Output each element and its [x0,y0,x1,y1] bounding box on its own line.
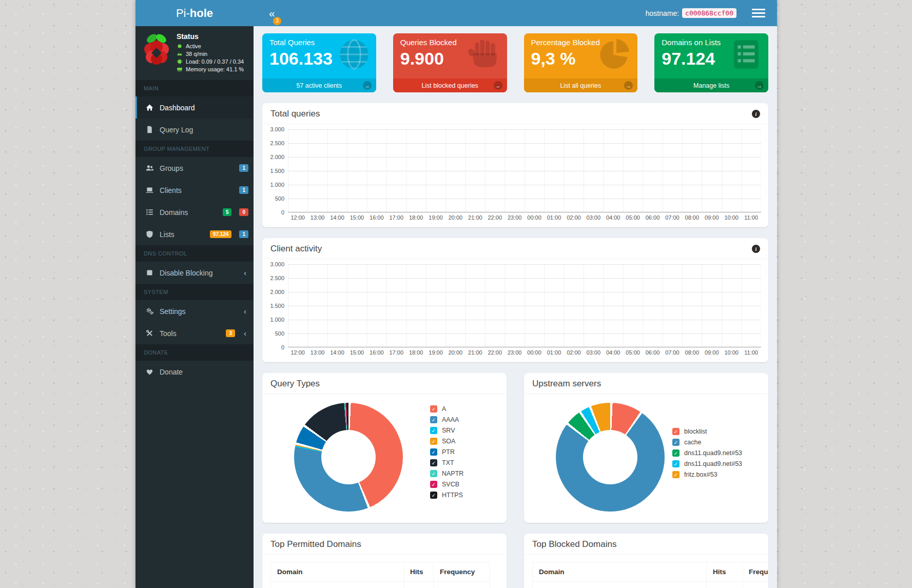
badge: 1 [239,164,248,172]
sidebar-collapse-button[interactable]: « 3 [266,6,278,21]
sidebar-item-dashboard[interactable]: Dashboard [135,96,254,119]
card-value: 9.900 [400,49,500,69]
badge: 0 [239,208,248,216]
stat-card-domains-on-lists: Domains on Lists97.124Manage lists→ [654,33,768,92]
card-value: 106.133 [269,49,369,69]
client-activity-title: Client activity [270,244,752,254]
col-hits: Hits [404,562,434,582]
checkbox-checked-icon[interactable]: ✓ [672,460,680,467]
legend-item-naptr[interactable]: ✓NAPTR [430,470,463,477]
legend-item-aaaa[interactable]: ✓AAAA [430,416,463,423]
status-active: Active [177,43,244,49]
upstream-servers-title: Upstream servers [532,379,760,389]
sidebar-item-groups[interactable]: Groups1 [135,157,254,179]
query-types-title: Query Types [270,379,498,389]
sidebar-item-disable-blocking[interactable]: Disable Blocking‹ [135,262,254,284]
stat-card-queries-blocked: Queries Blocked9.900List blocked queries… [393,33,507,92]
checkbox-checked-icon[interactable]: ✓ [672,471,680,478]
checkbox-checked-icon[interactable]: ✓ [430,438,437,445]
info-icon[interactable]: i [752,110,760,118]
status-load-0-09-0-37-0-34: Load: 0.09 / 0.37 / 0.34 [177,58,244,65]
legend-item-txt[interactable]: ✓TXT [430,459,463,466]
collapse-icon: « [269,7,275,19]
status-38-q-min: 38 q/min [177,51,244,57]
legend-item-dns11-quad9-net-53[interactable]: ✓dns11.quad9.net#53 [672,449,742,457]
legend-item-https[interactable]: ✓HTTPS [430,492,463,499]
card-footer-link[interactable]: List all queries→ [524,79,638,92]
checkbox-checked-icon[interactable]: ✓ [430,492,437,499]
sidebar-menu: MAINDashboardQuery LogGROUP MANAGEMENTGr… [135,80,254,383]
status-memory-usage-41-1: Memory usage: 41.1 % [177,66,244,72]
col-frequency: Frequency [743,562,768,582]
legend-item-cache[interactable]: ✓cache [672,439,742,446]
checkbox-checked-icon[interactable]: ✓ [430,470,437,477]
arrow-circle-icon: → [755,81,764,90]
sidebar-item-tools[interactable]: Tools3‹ [135,322,254,344]
total-queries-title: Total queries [270,109,752,119]
col-hits: Hits [707,562,743,582]
total-queries-chart[interactable] [288,129,761,212]
total-queries-panel: Total queries i 3.0002.5002.0001.5001.00… [262,103,768,227]
sidebar-item-domains[interactable]: Domains50 [135,201,254,223]
card-title: Queries Blocked [400,38,500,47]
legend-item-fritz-box-53[interactable]: ✓fritz.box#53 [672,471,742,478]
gears-icon [145,307,154,316]
card-footer-link[interactable]: Manage lists→ [654,79,768,92]
sidebar-item-query-log[interactable]: Query Log [135,119,254,141]
checkbox-checked-icon[interactable]: ✓ [672,449,680,457]
legend-item-svcb[interactable]: ✓SVCB [430,481,463,488]
legend-item-blocklist[interactable]: ✓blocklist [672,428,742,435]
card-footer-link[interactable]: 57 active clients→ [262,79,376,92]
top-permitted-table: Domain Hits Frequency [270,562,490,588]
stat-card-total-queries: Total Queries106.13357 active clients→ [262,33,376,92]
checkbox-checked-icon[interactable]: ✓ [430,459,437,466]
section-header-group-management: GROUP MANAGEMENT [135,141,254,157]
memory-icon [177,66,183,72]
checkbox-checked-icon[interactable]: ✓ [672,428,680,435]
legend-item-ptr[interactable]: ✓PTR [430,448,463,456]
col-domain: Domain [271,562,404,582]
query-types-donut[interactable] [294,403,403,512]
legend-item-soa[interactable]: ✓SOA [430,438,463,445]
badge: 1 [239,230,248,238]
client-activity-panel: Client activity i 3.0002.5002.0001.5001.… [262,238,768,362]
card-value: 97.124 [662,49,761,69]
card-title: Domains on Lists [662,38,761,47]
section-header-main: MAIN [135,80,254,96]
gauge-icon [177,51,183,57]
menu-button[interactable] [752,7,765,19]
legend-item-a[interactable]: ✓A [430,405,463,413]
col-frequency: Frequency [434,562,490,582]
top-blocked-panel: Top Blocked Domains Domain Hits Frequenc… [524,534,768,588]
sidebar-item-settings[interactable]: Settings‹ [135,300,254,322]
top-navbar: Pi-hole « 3 hostname: c000868ccf00 [135,0,777,26]
sidebar-item-lists[interactable]: Lists97.1241 [135,223,254,245]
sidebar-item-donate[interactable]: Donate [135,361,254,383]
checkbox-checked-icon[interactable]: ✓ [430,448,437,456]
checkbox-checked-icon[interactable]: ✓ [672,439,680,446]
checkbox-checked-icon[interactable]: ✓ [430,481,437,488]
checkbox-checked-icon[interactable]: ✓ [430,416,437,423]
section-header-dns-control: DNS CONTROL [135,245,254,262]
checkbox-checked-icon[interactable]: ✓ [430,427,437,434]
sidebar-item-clients[interactable]: Clients1 [135,179,254,201]
home-icon [145,103,154,112]
x-axis-labels: 12:0013:0014:0015:0016:0017:0018:0019:00… [288,212,761,223]
checkbox-checked-icon[interactable]: ✓ [430,405,437,413]
col-domain: Domain [533,562,707,582]
top-blocked-table: Domain Hits Frequency [532,562,768,588]
legend-item-dns11-quad9-net-53[interactable]: ✓dns11.quad9.net#53 [672,460,742,467]
badge: 5 [223,208,232,216]
info-icon[interactable]: i [752,245,760,253]
dot-icon [177,43,183,49]
card-title: Percentage Blocked [531,38,631,47]
section-header-system: SYSTEM [135,284,254,300]
pihole-logo[interactable]: Pi-hole [135,0,254,26]
section-header-donate: DONATE [135,344,254,361]
stat-card-percentage-blocked: Percentage Blocked9,3 %List all queries→ [524,33,638,92]
legend-item-srv[interactable]: ✓SRV [430,427,463,434]
query-types-legend: ✓A✓AAAA✓SRV✓SOA✓PTR✓TXT✓NAPTR✓SVCB✓HTTPS [430,405,463,502]
client-activity-chart[interactable] [288,264,761,347]
card-footer-link[interactable]: List blocked queries→ [393,79,507,92]
upstream-servers-donut[interactable] [556,403,665,512]
